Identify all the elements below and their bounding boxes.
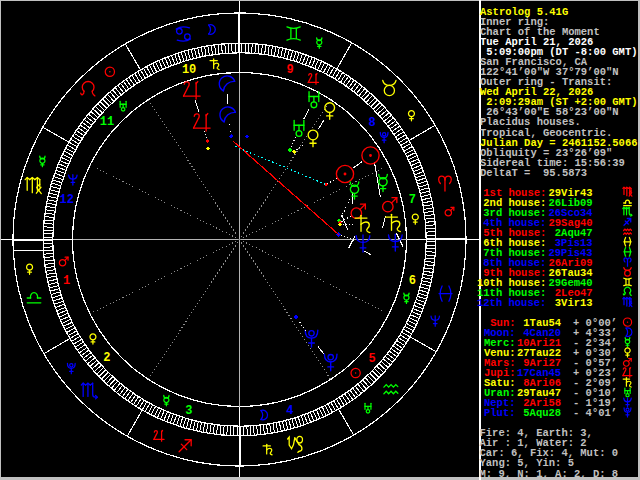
svg-text:5Aqu28: 5Aqu28	[517, 407, 561, 419]
svg-text:M: 9, N: 1, A: 2, D: 8: M: 9, N: 1, A: 2, D: 8	[480, 468, 619, 480]
svg-text:10: 10	[182, 63, 196, 77]
svg-text:- 4°01’: - 4°01’	[573, 407, 617, 419]
svg-text:3Vir13: 3Vir13	[549, 297, 593, 309]
svg-text:11: 11	[100, 115, 114, 129]
svg-text:7: 7	[409, 193, 416, 207]
svg-text:Plut:: Plut:	[484, 407, 516, 419]
svg-text:1: 1	[63, 274, 70, 288]
svg-text:6: 6	[409, 274, 416, 288]
svg-text:4: 4	[286, 404, 293, 418]
svg-text:12th house:: 12th house:	[477, 297, 546, 309]
svg-text:3: 3	[185, 404, 192, 418]
svg-text:DeltaT = 95.5873: DeltaT = 95.5873	[480, 167, 587, 179]
svg-text:12: 12	[59, 193, 73, 207]
svg-text:9: 9	[287, 63, 294, 77]
svg-text:2: 2	[103, 351, 110, 365]
svg-text:5: 5	[368, 352, 375, 366]
svg-text:8: 8	[369, 116, 376, 130]
